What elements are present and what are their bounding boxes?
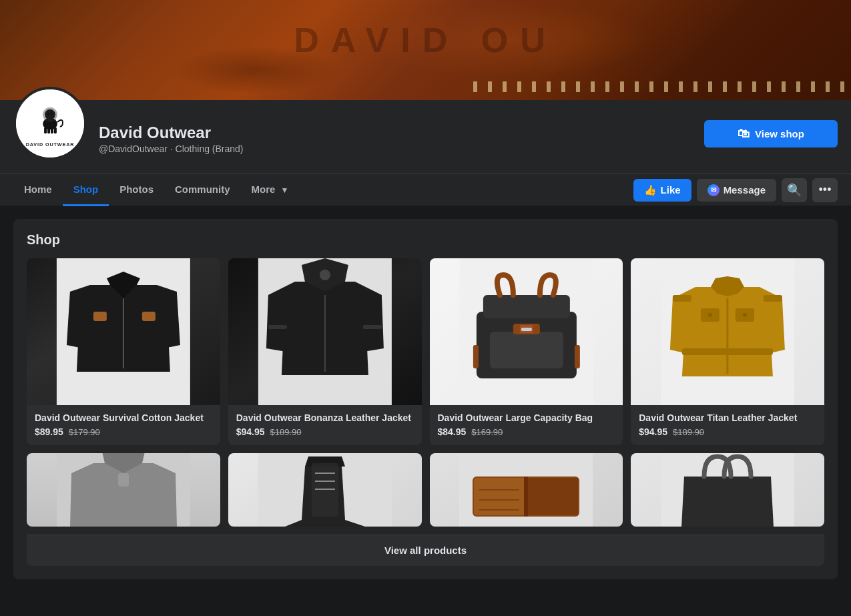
product-card-5[interactable] (27, 453, 220, 527)
nav-tabs: Home Shop Photos Community More ▼ 👍 Like… (0, 174, 851, 206)
cover-photo: DAVID OU (0, 0, 851, 100)
bag-svg (430, 258, 623, 405)
message-label: Message (724, 184, 766, 196)
avatar: DAVID OUTWEAR (13, 87, 87, 160)
svg-rect-14 (142, 312, 156, 321)
price-original-3: $169.90 (471, 427, 503, 437)
avatar-wrap: DAVID OUTWEAR (13, 87, 87, 160)
svg-rect-36 (673, 295, 691, 302)
svg-rect-22 (483, 295, 569, 318)
product-card-8[interactable] (631, 453, 824, 527)
svg-rect-48 (527, 478, 578, 515)
messenger-icon: ✉ (707, 184, 720, 196)
product-card-2[interactable]: David Outwear Bonanza Leather Jacket $94… (228, 258, 422, 445)
shoes-svg (258, 453, 392, 527)
svg-point-32 (708, 313, 712, 317)
svg-point-33 (743, 313, 747, 317)
profile-sub: @DavidOutwear · Clothing (Brand) (99, 143, 704, 154)
svg-point-19 (320, 270, 330, 280)
wallet-svg (459, 453, 593, 527)
svg-text:DAVID OUTWEAR: DAVID OUTWEAR (26, 141, 75, 147)
product-card-3[interactable]: David Outwear Large Capacity Bag $84.95 … (430, 258, 623, 445)
product-prices-2: $94.95 $189.90 (236, 426, 414, 437)
price-current-3: $84.95 (438, 426, 467, 437)
message-button[interactable]: ✉ Message (697, 179, 776, 202)
tab-home[interactable]: Home (13, 174, 63, 206)
search-icon: 🔍 (787, 183, 802, 198)
view-shop-label: View shop (755, 128, 804, 139)
tab-shop[interactable]: Shop (63, 174, 109, 206)
svg-rect-27 (473, 345, 478, 368)
price-current-1: $89.95 (35, 426, 63, 437)
svg-rect-49 (524, 477, 528, 517)
product-info-1: David Outwear Survival Cotton Jacket $89… (27, 405, 220, 445)
nav-right: 👍 Like ✉ Message 🔍 ••• (633, 178, 838, 202)
svg-point-3 (43, 107, 57, 122)
price-original-2: $189.90 (270, 427, 302, 437)
search-button[interactable]: 🔍 (782, 178, 807, 202)
price-original-1: $179.90 (69, 427, 100, 437)
black-jacket-svg (27, 258, 220, 405)
product-image-8 (631, 453, 824, 527)
cover-text: DAVID OU (294, 20, 557, 60)
product-image-7 (430, 453, 623, 527)
svg-rect-23 (489, 332, 563, 368)
product-name-3: David Outwear Large Capacity Bag (438, 412, 615, 424)
product-name-1: David Outwear Survival Cotton Jacket (35, 412, 212, 424)
avatar-inner: DAVID OUTWEAR (16, 89, 84, 158)
product-image-4 (631, 258, 824, 405)
svg-rect-7 (47, 127, 50, 133)
product-info-3: David Outwear Large Capacity Bag $84.95 … (430, 405, 623, 445)
logo-svg: DAVID OUTWEAR (20, 93, 80, 153)
svg-rect-17 (268, 325, 287, 329)
price-current-4: $94.95 (639, 426, 667, 437)
product-name-2: David Outwear Bonanza Leather Jacket (236, 412, 414, 424)
tab-more[interactable]: More ▼ (241, 174, 300, 206)
product-prices-3: $84.95 $169.90 (438, 426, 615, 437)
product-image-3 (430, 258, 623, 405)
nav-left: Home Shop Photos Community More ▼ (13, 174, 633, 206)
price-original-4: $189.90 (673, 427, 704, 437)
leather-jacket-svg (228, 258, 422, 405)
view-all-bar[interactable]: View all products (27, 535, 824, 566)
tab-photos[interactable]: Photos (109, 174, 164, 206)
main-content: Shop (0, 206, 851, 593)
profile-info: David Outwear @DavidOutwear · Clothing (… (99, 113, 704, 161)
price-current-2: $94.95 (236, 426, 265, 437)
product-image-2 (228, 258, 422, 405)
product-card-4[interactable]: David Outwear Titan Leather Jacket $94.9… (631, 258, 824, 445)
svg-rect-39 (118, 473, 129, 487)
products-grid-row2 (27, 453, 824, 527)
svg-rect-37 (764, 295, 782, 302)
thumbs-up-icon: 👍 (644, 184, 657, 196)
cover-stitch (468, 81, 851, 92)
svg-rect-8 (51, 127, 53, 133)
view-shop-button[interactable]: 🛍 View shop (704, 120, 838, 147)
like-button[interactable]: 👍 Like (633, 179, 691, 202)
tote-svg (661, 453, 794, 527)
svg-rect-35 (682, 348, 773, 355)
product-card-7[interactable] (430, 453, 623, 527)
product-card-1[interactable]: David Outwear Survival Cotton Jacket $89… (27, 258, 220, 445)
shop-title: Shop (27, 232, 824, 248)
profile-actions: 🛍 View shop (704, 120, 838, 154)
product-info-2: David Outwear Bonanza Leather Jacket $94… (228, 405, 422, 445)
view-all-text: View all products (384, 545, 467, 556)
like-label: Like (661, 184, 681, 196)
svg-rect-9 (54, 127, 57, 133)
products-grid-row1: David Outwear Survival Cotton Jacket $89… (27, 258, 824, 445)
more-dropdown-arrow: ▼ (281, 186, 289, 195)
product-card-6[interactable] (228, 453, 422, 527)
shop-section: Shop (13, 219, 838, 579)
svg-rect-28 (574, 345, 579, 368)
ellipsis-icon: ••• (819, 183, 832, 197)
tan-jacket-svg (631, 258, 824, 405)
product-info-4: David Outwear Titan Leather Jacket $94.9… (631, 405, 824, 445)
tab-community[interactable]: Community (164, 174, 241, 206)
product-image-5 (27, 453, 220, 527)
profile-name: David Outwear (99, 123, 704, 142)
product-prices-1: $89.95 $179.90 (35, 426, 212, 437)
hoodie-svg (57, 453, 190, 527)
more-options-button[interactable]: ••• (812, 178, 838, 202)
profile-section: DAVID OUTWEAR David Outwear @DavidOutwea… (0, 100, 851, 174)
